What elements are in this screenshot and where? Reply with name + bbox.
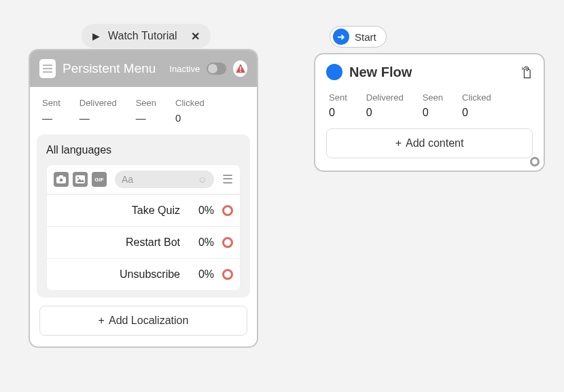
svg-rect-0 (240, 67, 241, 70)
start-label: Start (355, 31, 376, 43)
stat-value: — (42, 112, 60, 124)
gif-icon[interactable]: GIF (92, 172, 107, 187)
language-box: All languages GIF Aa ☺ ☰ Take Quiz 0% (37, 135, 250, 298)
stat-sent: Sent 0 (329, 92, 347, 119)
stat-label: Sent (42, 98, 60, 108)
stat-value: — (80, 112, 117, 124)
camera-icon[interactable] (54, 172, 69, 187)
composer-placeholder: Aa (122, 174, 133, 185)
add-localization-button[interactable]: + Add Localization (39, 306, 247, 336)
connector-node-icon[interactable] (222, 205, 233, 216)
stat-seen: Seen — (136, 98, 156, 124)
add-content-label: Add content (406, 137, 463, 149)
stat-label: Sent (329, 92, 347, 103)
persistent-menu-card: Persistent Menu Inactive Sent — Delivere… (29, 49, 258, 348)
stat-label: Delivered (366, 92, 404, 103)
composer: GIF Aa ☺ ☰ Take Quiz 0% Restart Bot 0% U… (46, 164, 241, 291)
close-icon[interactable]: ✕ (191, 30, 200, 43)
play-icon: ▶ (92, 31, 100, 41)
new-flow-stats: Sent 0 Delivered 0 Seen 0 Clicked 0 (326, 80, 533, 128)
plus-icon: + (395, 137, 402, 149)
stat-label: Seen (423, 92, 443, 103)
status-toggle[interactable] (207, 63, 226, 75)
stat-label: Clicked (175, 98, 205, 108)
persistent-menu-title: Persistent Menu (63, 61, 156, 76)
composer-input[interactable]: Aa ☺ (115, 171, 214, 188)
menu-item-label: Take Quiz (132, 204, 180, 217)
stat-value: 0 (329, 107, 347, 119)
new-flow-card: New Flow 🏷︎ Sent 0 Delivered 0 Seen 0 Cl… (314, 53, 545, 172)
stat-value: 0 (175, 112, 205, 124)
stat-delivered: Delivered — (80, 98, 117, 124)
menu-item[interactable]: Unsubscribe 0% (47, 258, 240, 290)
new-flow-header: New Flow 🏷︎ (326, 64, 533, 80)
connector-node-icon[interactable] (222, 237, 233, 248)
language-title: All languages (46, 144, 241, 156)
menu-item[interactable]: Take Quiz 0% (47, 194, 240, 226)
menu-item-pct: 0% (188, 236, 214, 249)
stat-label: Delivered (80, 98, 117, 108)
stat-seen: Seen 0 (423, 92, 443, 119)
start-pill[interactable]: ➜ Start (330, 26, 387, 48)
composer-bar: GIF Aa ☺ ☰ (47, 165, 240, 194)
watch-tutorial-label: Watch Tutorial (108, 30, 177, 42)
stat-value: — (136, 112, 156, 124)
connector-node-icon[interactable] (222, 269, 233, 280)
status-label: Inactive (169, 64, 200, 74)
menu-item[interactable]: Restart Bot 0% (47, 226, 240, 258)
persistent-menu-stats: Sent — Delivered — Seen — Clicked 0 (30, 87, 257, 133)
menu-item-pct: 0% (188, 204, 214, 217)
stat-delivered: Delivered 0 (366, 92, 404, 119)
new-flow-title: New Flow (349, 65, 512, 80)
warning-icon[interactable] (233, 60, 247, 77)
add-content-button[interactable]: + Add content (326, 128, 533, 158)
connector-node-icon[interactable] (530, 157, 540, 166)
svg-rect-3 (59, 175, 63, 177)
add-localization-label: Add Localization (109, 315, 188, 327)
watch-tutorial-pill[interactable]: ▶ Watch Tutorial ✕ (82, 24, 211, 48)
hamburger-icon[interactable]: ☰ (222, 172, 233, 187)
arrow-right-icon: ➜ (333, 29, 349, 45)
persistent-menu-header: Persistent Menu Inactive (30, 50, 257, 87)
stat-value: 0 (366, 107, 404, 119)
stat-clicked: Clicked 0 (462, 92, 491, 119)
plus-icon: + (99, 315, 105, 327)
chat-bubble-icon (326, 64, 342, 80)
stat-value: 0 (462, 107, 491, 119)
menu-item-label: Restart Bot (126, 236, 180, 249)
menu-item-label: Unsubscribe (120, 268, 180, 281)
emoji-icon[interactable]: ☺ (198, 174, 207, 185)
stat-label: Clicked (462, 92, 491, 103)
svg-rect-1 (240, 71, 241, 72)
svg-point-4 (60, 179, 63, 182)
menu-icon (39, 59, 56, 78)
stat-clicked: Clicked 0 (175, 98, 205, 124)
stat-label: Seen (136, 98, 156, 108)
stat-sent: Sent — (42, 98, 60, 124)
menu-item-pct: 0% (188, 268, 214, 281)
tag-icon[interactable]: 🏷︎ (518, 65, 534, 79)
image-icon[interactable] (73, 172, 88, 187)
svg-point-7 (77, 177, 80, 179)
stat-value: 0 (423, 107, 443, 119)
